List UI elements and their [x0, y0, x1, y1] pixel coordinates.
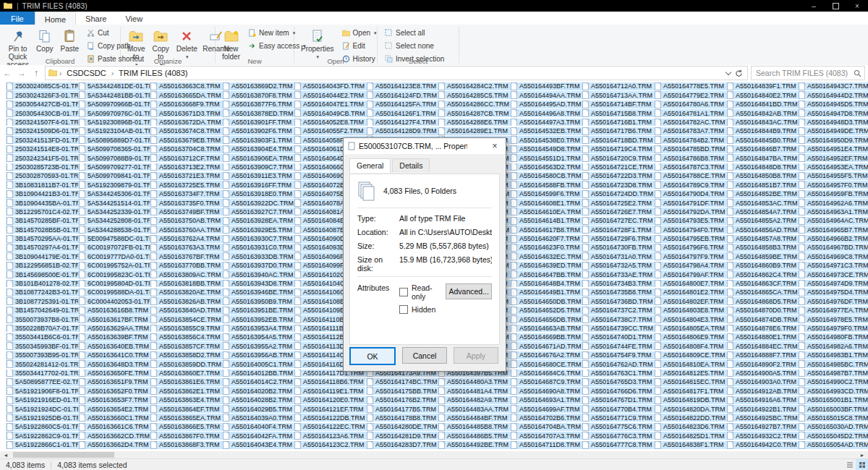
- file-item[interactable]: A550164839F1.TRM: [726, 82, 799, 90]
- file-item[interactable]: 3B10831811B7-01.TRM: [6, 181, 79, 189]
- file-item[interactable]: A550164845B0.TRM: [726, 136, 799, 144]
- file-item[interactable]: 5A51922866C1-01.TRM: [6, 441, 79, 449]
- file-item[interactable]: 3550073937B8-01.TRM: [6, 315, 79, 323]
- file-item[interactable]: A550164963A1.TRM: [798, 208, 868, 215]
- file-item[interactable]: A550164744FE.TRM: [582, 342, 655, 350]
- file-item[interactable]: 3B10877242B3-01.TRM: [6, 289, 79, 296]
- file-item[interactable]: A550164783A7.TRM: [654, 127, 726, 135]
- file-item[interactable]: A550164778E5.TRM: [654, 82, 726, 90]
- file-item[interactable]: A550164943C7.TRM: [798, 82, 868, 90]
- file-item[interactable]: A550164719C4.TRM: [582, 145, 655, 153]
- file-item[interactable]: 5A509970976C-01.TRM: [78, 109, 151, 117]
- file-item[interactable]: A550163867F0.TRM: [150, 432, 222, 440]
- file-item[interactable]: 2503242341F5-01.TRM: [6, 154, 79, 162]
- file-item[interactable]: A550163877F6.TRM: [222, 101, 294, 108]
- file-item[interactable]: 35503441B6C6-01.TRM: [6, 333, 79, 341]
- file-item[interactable]: 5A51921916ED-01.TRM: [6, 396, 79, 404]
- file-item[interactable]: 3550345993BF-01.TRM: [6, 342, 79, 350]
- file-item[interactable]: 5A50895889D7-01.TRM: [78, 136, 151, 144]
- file-item[interactable]: A550164966B2.TRM: [798, 235, 868, 243]
- file-item[interactable]: A550164287CB.TRM: [438, 109, 511, 117]
- file-item[interactable]: A550164969C8.TRM: [798, 252, 868, 260]
- file-item[interactable]: A550164484BF.TRM: [438, 414, 510, 422]
- file-item[interactable]: A550164777C8.TRM: [582, 441, 655, 449]
- file-item[interactable]: A550164175BB.TRM: [366, 387, 439, 395]
- file-item[interactable]: A550164029B5.TRM: [222, 405, 294, 413]
- file-item[interactable]: A550163952EB.TRM: [222, 315, 295, 323]
- tab-general[interactable]: General: [349, 158, 391, 173]
- file-item[interactable]: 6C001995823C-01.TRM: [78, 270, 151, 278]
- file-item[interactable]: A550164957F0.TRM: [798, 181, 868, 189]
- maximize-button[interactable]: [825, 0, 846, 12]
- file-item[interactable]: A550163927C7.TRM: [222, 208, 295, 215]
- file-item[interactable]: A550164965B7.TRM: [798, 226, 868, 234]
- file-item[interactable]: A550164959FB.TRM: [798, 190, 868, 198]
- file-item[interactable]: A550163671D3.TRM: [150, 109, 223, 117]
- ok-button[interactable]: OK: [349, 347, 396, 365]
- file-item[interactable]: A550164532EB.TRM: [510, 127, 583, 135]
- file-item[interactable]: A550164863CF.TRM: [726, 280, 799, 288]
- file-item[interactable]: 3B14570295AA-01.TRM: [6, 235, 79, 243]
- file-item[interactable]: A550163865EA.TRM: [150, 414, 223, 422]
- file-item[interactable]: A550164620F7.TRM: [510, 235, 582, 243]
- file-item[interactable]: A550164847BA.TRM: [726, 154, 799, 162]
- file-item[interactable]: A550164704BA.TRM: [510, 423, 583, 431]
- file-item[interactable]: 5A5099709277-01.TRM: [78, 163, 151, 171]
- file-item[interactable]: A550164174BC.TRM: [366, 378, 439, 386]
- file-item[interactable]: A550163662CD.TRM: [78, 432, 151, 440]
- file-item[interactable]: 5A51922862C9-01.TRM: [6, 432, 79, 440]
- file-item[interactable]: 2503054427CB-01.TRM: [6, 101, 79, 108]
- file-item[interactable]: A550164726E7.TRM: [582, 208, 654, 215]
- file-item[interactable]: A550164791DF.TRM: [654, 199, 726, 207]
- file-item[interactable]: A550163662D4.TRM: [78, 441, 151, 449]
- file-item[interactable]: A550164012BB.TRM: [222, 369, 295, 377]
- file-item[interactable]: A550164888F7.TRM: [726, 351, 799, 359]
- file-item[interactable]: A550164857A8.TRM: [726, 235, 799, 243]
- file-item[interactable]: A550164844B9.TRM: [726, 127, 799, 135]
- file-item[interactable]: 6C001995804D-01.TRM: [78, 280, 151, 288]
- file-item[interactable]: A550163953A4.TRM: [222, 325, 294, 333]
- file-item[interactable]: A550164962A6.TRM: [798, 199, 868, 207]
- file-item[interactable]: A550164687C9.TRM: [510, 378, 583, 386]
- dialog-title-bar[interactable]: E500053107CB.TRM, ... Properties ×: [344, 138, 506, 154]
- file-item[interactable]: A550164005C1.TRM: [222, 360, 295, 368]
- file-item[interactable]: A550164890F2.TRM: [726, 360, 799, 368]
- file-item[interactable]: A550163750AB.TRM: [150, 217, 223, 225]
- file-item[interactable]: A550164942C0.TRM: [726, 441, 799, 449]
- file-item[interactable]: A550164617B8.TRM: [510, 226, 582, 234]
- file-item[interactable]: A550164493BF.TRM: [510, 82, 582, 90]
- back-button[interactable]: ←: [0, 67, 14, 80]
- file-item[interactable]: 5A53442481BB-01.TRM: [78, 91, 151, 99]
- file-item[interactable]: A550164781A1.TRM: [654, 109, 726, 117]
- file-item[interactable]: A550164855A2.TRM: [726, 217, 799, 225]
- file-item[interactable]: A550164955F5.TRM: [798, 172, 868, 180]
- file-item[interactable]: A550163943D8.TRM: [222, 280, 295, 288]
- file-item[interactable]: A550164840E2.TRM: [726, 91, 799, 99]
- edit-button[interactable]: Edit: [339, 40, 380, 52]
- tab-view[interactable]: View: [116, 12, 152, 25]
- file-item[interactable]: A550164784B2.TRM: [654, 136, 726, 144]
- file-item[interactable]: A550164283D7.TRM: [366, 441, 439, 449]
- file-item[interactable]: 3B122956851B-02.TRM: [6, 262, 79, 270]
- file-item[interactable]: A550164903A0.TRM: [726, 378, 799, 386]
- file-item[interactable]: A550164118B6.TRM: [294, 378, 365, 386]
- file-item[interactable]: A550164718BD.TRM: [582, 136, 655, 144]
- minimize-button[interactable]: –: [803, 0, 825, 12]
- file-item[interactable]: A550164817F1.TRM: [654, 387, 726, 395]
- file-item[interactable]: A550165054AD.TRM: [798, 441, 868, 449]
- file-item[interactable]: A550164736BD.TRM: [582, 297, 655, 305]
- tab-share[interactable]: Share: [76, 12, 116, 25]
- file-item[interactable]: A550164802EF.TRM: [654, 297, 726, 305]
- file-item[interactable]: A550164712A0.TRM: [582, 82, 654, 90]
- file-item[interactable]: A550164952EF.TRM: [798, 154, 868, 162]
- file-item[interactable]: A550163858D2.TRM: [150, 351, 223, 359]
- file-item[interactable]: A550164973CE.TRM: [798, 270, 868, 278]
- file-item[interactable]: A550164859BE.TRM: [726, 252, 799, 260]
- file-item[interactable]: A550164945D5.TRM: [798, 101, 868, 108]
- file-item[interactable]: A550163767BF.TRM: [150, 252, 222, 260]
- file-item[interactable]: 5A51921925DB-01.TRM: [6, 414, 79, 422]
- file-item[interactable]: A550163930C7.TRM: [222, 235, 295, 243]
- file-item[interactable]: A550163663C8.TRM: [150, 82, 223, 90]
- file-item[interactable]: A550164730FB.TRM: [582, 244, 655, 252]
- file-item[interactable]: 5A5344288538-01.TRM: [78, 226, 151, 234]
